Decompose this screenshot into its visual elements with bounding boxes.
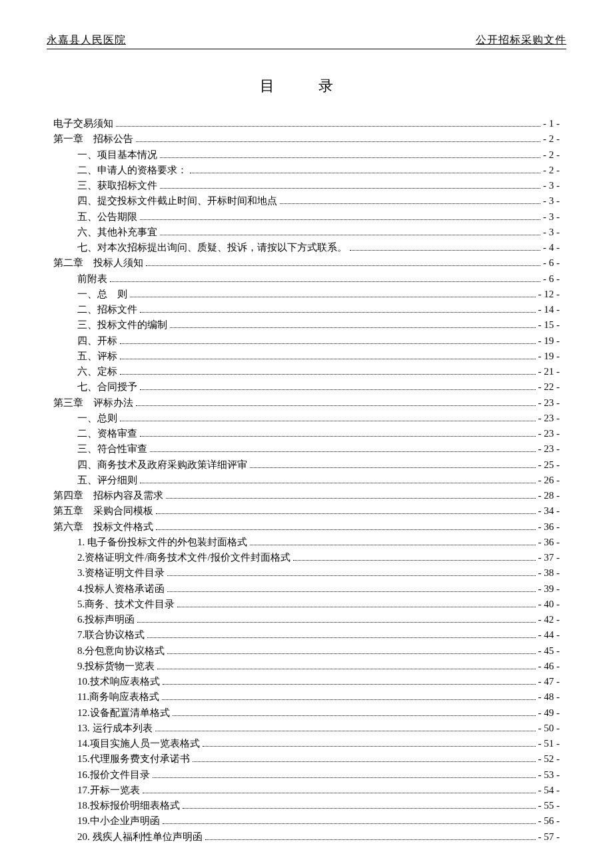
toc-entry-page: - 19 - — [538, 333, 560, 349]
toc-dot-leader — [120, 374, 536, 375]
toc-entry[interactable]: 13. 运行成本列表- 50 - — [53, 721, 560, 736]
toc-entry[interactable]: 第二章 投标人须知- 6 - — [53, 255, 560, 271]
toc-entry-label: 7.联合协议格式 — [77, 627, 145, 643]
toc-entry[interactable]: 六、定标- 21 - — [53, 364, 560, 379]
toc-entry-page: - 25 - — [538, 457, 560, 473]
toc-entry[interactable]: 五、评标- 19 - — [53, 349, 560, 364]
toc-entry-label: 一、总 则 — [77, 287, 127, 302]
toc-entry-page: - 53 - — [538, 767, 560, 783]
toc-entry[interactable]: 19.中小企业声明函- 56 - — [53, 813, 560, 829]
toc-entry[interactable]: 4.投标人资格承诺函- 39 - — [53, 581, 560, 597]
toc-dot-leader — [147, 637, 535, 638]
toc-entry[interactable]: 第五章 采购合同模板- 34 - — [53, 503, 560, 519]
toc-entry-page: - 55 - — [538, 798, 560, 813]
toc-entry[interactable]: 二、招标文件- 14 - — [53, 302, 560, 317]
header-right: 公开招标采购文件 — [476, 33, 566, 47]
toc-entry-label: 14.项目实施人员一览表格式 — [77, 736, 200, 751]
toc-entry[interactable]: 三、符合性审查- 23 - — [53, 441, 560, 457]
toc-entry[interactable]: 20. 残疾人福利性单位声明函- 57 - — [53, 829, 560, 845]
toc-entry-label: 四、开标 — [77, 333, 117, 349]
toc-entry[interactable]: 9.投标货物一览表- 46 - — [53, 659, 560, 674]
toc-dot-leader — [166, 498, 536, 499]
toc-entry-page: - 52 - — [538, 751, 560, 767]
toc-entry[interactable]: 七、合同授予- 22 - — [53, 379, 560, 395]
toc-entry-label: 三、符合性审查 — [77, 441, 147, 457]
toc-entry-page: - 57 - — [538, 829, 560, 845]
toc-entry[interactable]: 第四章 招标内容及需求- 28 - — [53, 488, 560, 503]
toc-dot-leader — [177, 607, 535, 607]
toc-entry-page: - 2 - — [543, 147, 560, 163]
toc-entry-page: - 21 - — [538, 364, 560, 379]
toc-entry[interactable]: 10.技术响应表格式- 47 - — [53, 674, 560, 689]
toc-dot-leader — [167, 591, 535, 592]
toc-entry[interactable]: 电子交易须知- 1 - — [53, 116, 560, 131]
toc-entry-page: - 4 - — [543, 240, 560, 255]
toc-entry[interactable]: 二、资格审查- 23 - — [53, 426, 560, 441]
toc-entry-label: 5.商务、技术文件目录 — [77, 597, 175, 612]
toc-dot-leader — [136, 405, 536, 406]
toc-dot-leader — [205, 839, 536, 840]
toc-entry-label: 七、合同授予 — [77, 379, 137, 395]
toc-entry[interactable]: 三、投标文件的编制- 15 - — [53, 317, 560, 333]
toc-entry[interactable]: 一、项目基本情况- 2 - — [53, 147, 560, 163]
toc-entry[interactable]: 16.报价文件目录- 53 - — [53, 767, 560, 783]
toc-entry[interactable]: 第一章 招标公告- 2 - — [53, 131, 560, 147]
toc-dot-leader — [167, 575, 535, 576]
toc-dot-leader — [153, 777, 536, 778]
toc-entry[interactable]: 12.设备配置清单格式- 49 - — [53, 705, 560, 721]
toc-dot-leader — [350, 250, 540, 251]
toc-entry[interactable]: 四、商务技术及政府采购政策详细评审- 25 - — [53, 457, 560, 473]
toc-entry[interactable]: 5.商务、技术文件目录- 40 - — [53, 597, 560, 612]
toc-entry[interactable]: 14.项目实施人员一览表格式- 51 - — [53, 736, 560, 751]
toc-dot-leader — [170, 327, 536, 328]
toc-entry[interactable]: 六、其他补充事宜- 3 - — [53, 225, 560, 240]
toc-dot-leader — [160, 188, 540, 189]
toc-entry[interactable]: 四、提交投标文件截止时间、开标时间和地点- 3 - — [53, 193, 560, 209]
toc-entry[interactable]: 一、总 则- 12 - — [53, 287, 560, 302]
toc-entry-label: 三、投标文件的编制 — [77, 317, 167, 333]
toc-entry-label: 10.技术响应表格式 — [77, 674, 160, 689]
toc-entry[interactable]: 七、对本次招标提出询问、质疑、投诉，请按以下方式联系。- 4 - — [53, 240, 560, 255]
toc-dot-leader — [163, 823, 536, 824]
toc-entry-page: - 51 - — [538, 736, 560, 751]
toc-entry-page: - 36 - — [538, 535, 560, 550]
toc-entry[interactable]: 三、获取招标文件- 3 - — [53, 178, 560, 193]
toc-entry[interactable]: 1. 电子备份投标文件的外包装封面格式- 36 - — [53, 535, 560, 550]
toc-entry[interactable]: 第六章 投标文件格式- 36 - — [53, 519, 560, 535]
toc-entry[interactable]: 第三章 评标办法- 23 - — [53, 395, 560, 411]
toc-entry[interactable]: 一、总则- 23 - — [53, 411, 560, 426]
toc-entry[interactable]: 18.投标报价明细表格式- 55 - — [53, 798, 560, 813]
toc-entry[interactable]: 7.联合协议格式- 44 - — [53, 627, 560, 643]
table-of-contents: 电子交易须知- 1 -第一章 招标公告- 2 -一、项目基本情况- 2 -二、申… — [53, 116, 560, 845]
toc-entry-page: - 2 - — [543, 131, 560, 147]
toc-dot-leader — [280, 203, 540, 204]
toc-entry-label: 三、获取招标文件 — [77, 178, 157, 193]
toc-entry[interactable]: 3.资格证明文件目录- 38 - — [53, 565, 560, 581]
toc-entry[interactable]: 6.投标声明函- 42 - — [53, 612, 560, 627]
toc-entry-page: - 3 - — [543, 193, 560, 209]
toc-entry-page: - 1 - — [543, 116, 560, 131]
toc-entry[interactable]: 二、申请人的资格要求：- 2 - — [53, 163, 560, 178]
toc-entry[interactable]: 17.开标一览表- 54 - — [53, 783, 560, 798]
toc-dot-leader — [250, 545, 536, 545]
toc-entry[interactable]: 2.资格证明文件/商务技术文件/报价文件封面格式- 37 - — [53, 550, 560, 565]
toc-entry-page: - 23 - — [538, 441, 560, 457]
toc-dot-leader — [293, 560, 536, 561]
toc-entry[interactable]: 五、公告期限- 3 - — [53, 209, 560, 225]
toc-entry[interactable]: 五、评分细则- 26 - — [53, 473, 560, 488]
toc-entry-page: - 56 - — [538, 813, 560, 829]
toc-entry-page: - 36 - — [538, 519, 560, 535]
toc-entry[interactable]: 8.分包意向协议格式- 45 - — [53, 643, 560, 659]
toc-entry-label: 第五章 采购合同模板 — [53, 503, 153, 519]
toc-dot-leader — [167, 653, 535, 654]
toc-dot-leader — [250, 467, 536, 468]
toc-entry-page: - 47 - — [538, 674, 560, 689]
toc-entry[interactable]: 前附表- 6 - — [53, 271, 560, 287]
toc-entry[interactable]: 11.商务响应表格式- 48 - — [53, 689, 560, 705]
toc-entry[interactable]: 四、开标- 19 - — [53, 333, 560, 349]
toc-entry-page: - 14 - — [538, 302, 560, 317]
toc-dot-leader — [143, 793, 536, 793]
toc-entry[interactable]: 15.代理服务费支付承诺书- 52 - — [53, 751, 560, 767]
toc-entry-label: 五、评分细则 — [77, 473, 137, 488]
toc-entry-page: - 44 - — [538, 627, 560, 643]
